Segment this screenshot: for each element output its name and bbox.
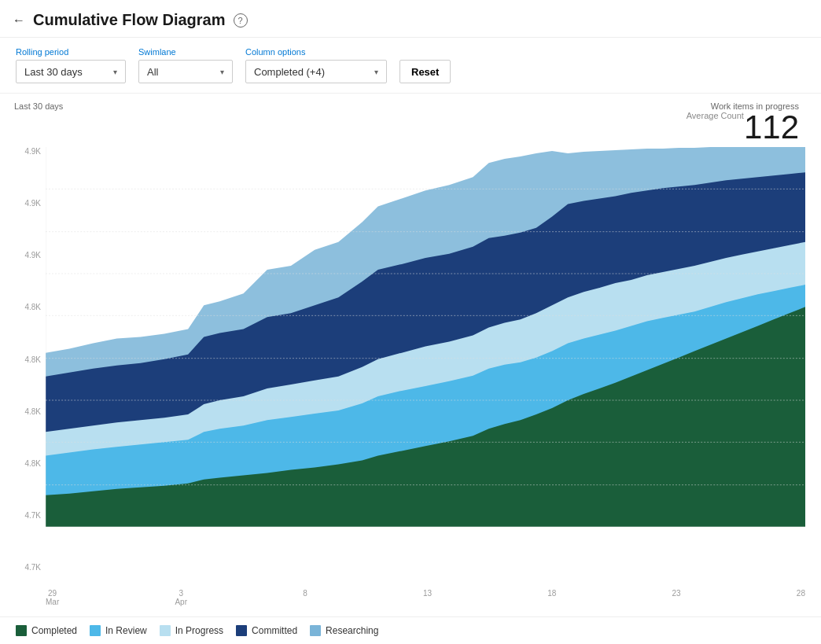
legend-label-completed: Completed xyxy=(31,625,77,636)
chart-legend: Completed In Review In Progress Committe… xyxy=(0,616,821,644)
x-axis: 29 Mar 3 Apr 8 13 18 23 xyxy=(8,587,805,606)
legend-item-in-progress: In Progress xyxy=(160,625,223,636)
y-axis: 4.9K 4.9K 4.9K 4.8K 4.8K 4.8K 4.8K 4.7K … xyxy=(8,147,46,587)
legend-item-in-review: In Review xyxy=(90,625,147,636)
legend-swatch-researching xyxy=(310,625,321,636)
legend-item-researching: Researching xyxy=(310,625,378,636)
chevron-down-icon: ▾ xyxy=(220,68,224,76)
legend-swatch-committed xyxy=(236,625,247,636)
swimlane-label: Swimlane xyxy=(138,47,233,57)
rolling-period-label: Rolling period xyxy=(16,47,126,57)
column-options-group: Column options Completed (+4) ▾ xyxy=(245,47,387,83)
legend-swatch-in-review xyxy=(90,625,101,636)
legend-item-committed: Committed xyxy=(236,625,297,636)
work-items-count: 112 xyxy=(744,111,799,144)
chevron-down-icon: ▾ xyxy=(374,68,378,76)
legend-label-in-review: In Review xyxy=(105,625,147,636)
page-title: Cumulative Flow Diagram xyxy=(33,11,226,29)
legend-swatch-completed xyxy=(16,625,27,636)
legend-label-in-progress: In Progress xyxy=(175,625,223,636)
reset-button[interactable]: Reset xyxy=(399,60,451,83)
chart-svg xyxy=(46,147,805,587)
legend-swatch-in-progress xyxy=(160,625,171,636)
chart-stats: Work items in progress Average Count 112 xyxy=(687,101,799,144)
swimlane-group: Swimlane All ▾ xyxy=(138,47,233,83)
chart-container: Last 30 days Work items in progress Aver… xyxy=(0,94,821,616)
legend-label-committed: Committed xyxy=(252,625,297,636)
legend-item-completed: Completed xyxy=(16,625,77,636)
chart-period-label: Last 30 days xyxy=(14,101,63,111)
rolling-period-select[interactable]: Last 30 days ▾ xyxy=(16,60,126,83)
column-options-label: Column options xyxy=(245,47,387,57)
chevron-down-icon: ▾ xyxy=(113,68,117,76)
swimlane-select[interactable]: All ▾ xyxy=(138,60,233,83)
rolling-period-group: Rolling period Last 30 days ▾ xyxy=(16,47,126,83)
column-options-select[interactable]: Completed (+4) ▾ xyxy=(245,60,387,83)
back-button[interactable]: ← xyxy=(13,13,25,28)
controls-bar: Rolling period Last 30 days ▾ Swimlane A… xyxy=(0,38,821,94)
legend-label-researching: Researching xyxy=(326,625,378,636)
help-icon[interactable]: ? xyxy=(234,13,248,28)
